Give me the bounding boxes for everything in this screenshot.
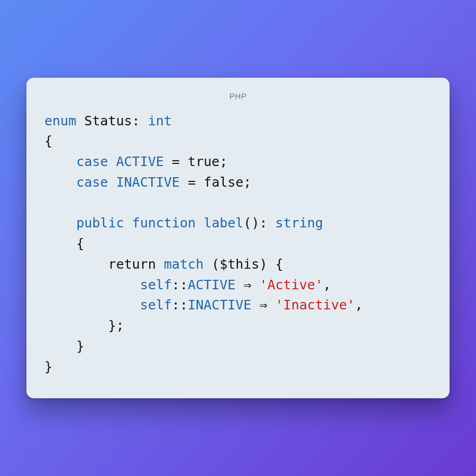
- code-token: }: [44, 359, 52, 374]
- code-token: INACTIVE: [188, 297, 251, 313]
- code-token: [108, 154, 116, 169]
- code-token: 'Active': [259, 277, 323, 292]
- code-token: case: [76, 154, 108, 169]
- language-label: PHP: [44, 91, 432, 100]
- code-token: [108, 175, 116, 190]
- code-card: PHP enum Status: int { case ACTIVE = tru…: [26, 78, 450, 399]
- code-token: case: [76, 175, 108, 190]
- code-token: [44, 175, 76, 190]
- code-token: enum: [44, 113, 76, 129]
- code-token: self: [140, 277, 172, 292]
- code-token: label: [204, 215, 243, 231]
- code-token: [44, 215, 76, 231]
- code-token: Status: [76, 113, 132, 129]
- code-token: function: [132, 215, 196, 231]
- code-token: ,: [323, 277, 331, 292]
- code-token: [124, 215, 132, 231]
- code-token: public: [76, 215, 124, 231]
- code-token: [44, 154, 76, 169]
- code-token: ,: [355, 297, 363, 313]
- code-token: {: [44, 133, 52, 149]
- code-token: ::: [172, 277, 188, 292]
- code-token: [196, 215, 204, 231]
- code-token: };: [44, 318, 124, 333]
- code-token: string: [276, 215, 323, 231]
- code-token: }: [44, 338, 84, 354]
- code-token: self: [140, 297, 172, 313]
- code-token: {: [44, 236, 84, 251]
- code-token: ($this) {: [204, 257, 283, 272]
- code-token: :: [132, 113, 148, 129]
- code-token: return: [44, 257, 164, 272]
- code-token: ⇒: [235, 277, 259, 292]
- code-token: ::: [172, 297, 188, 313]
- code-token: ACTIVE: [116, 154, 164, 169]
- code-token: = false;: [180, 175, 251, 190]
- code-block: enum Status: int { case ACTIVE = true; c…: [44, 111, 432, 378]
- code-token: ACTIVE: [188, 277, 235, 292]
- code-token: match: [164, 257, 204, 272]
- code-token: [44, 297, 140, 313]
- code-token: = true;: [164, 154, 227, 169]
- code-token: [44, 277, 140, 292]
- code-token: 'Inactive': [276, 297, 355, 313]
- code-token: ():: [243, 215, 275, 231]
- code-token: ⇒: [251, 297, 275, 313]
- code-token: INACTIVE: [116, 175, 180, 190]
- code-token: int: [148, 113, 172, 129]
